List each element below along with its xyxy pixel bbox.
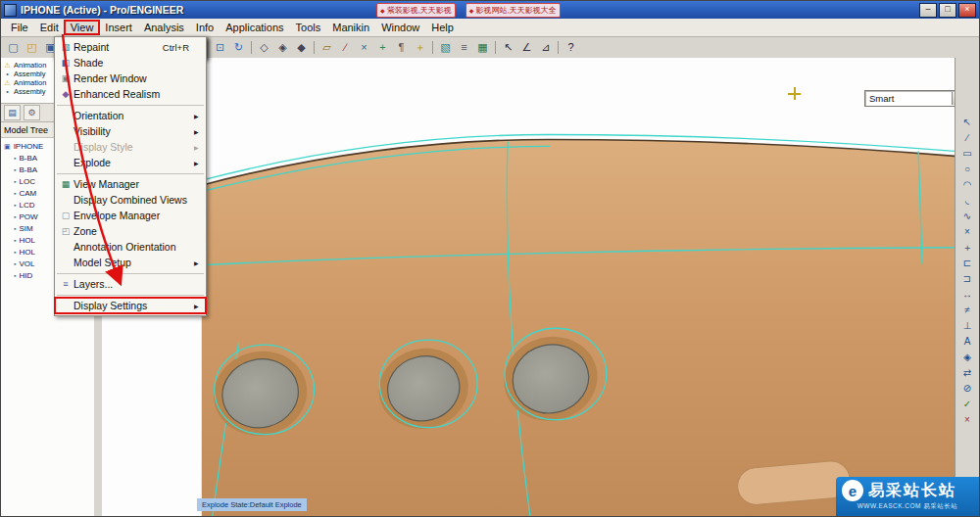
model-tree-toggle-icon[interactable]: ▦ [473,38,492,57]
open-file-icon[interactable]: ◰ [23,38,41,57]
menu-orientation[interactable]: Orientation [55,108,206,123]
menu-analysis[interactable]: Analysis [138,21,190,34]
line-tool-icon[interactable]: ∕ [958,130,977,146]
annotation-display-icon[interactable]: ¶ [392,38,411,57]
datum-axes-icon[interactable]: ∕ [336,38,355,57]
menu-repaint[interactable]: ▧ Repaint Ctrl+R [55,39,206,55]
fillet-tool-icon[interactable]: ◟ [958,193,977,209]
close-button[interactable]: × [958,3,976,18]
part-icon: ▪ [14,166,16,173]
selection-filter[interactable]: Smart [864,90,955,107]
layers-icon[interactable]: ≡ [455,38,473,57]
arc-tool-icon[interactable]: ◠ [958,177,977,193]
menu-bar: FileEditViewInsertAnalysisInfoApplicatio… [1,19,979,37]
navigator-list-icon[interactable]: ▤ [4,105,21,120]
cancel-icon[interactable]: × [958,412,977,428]
csys-tool-icon[interactable]: ＋ [958,240,977,256]
reorient-icon[interactable]: ↻ [229,38,248,57]
app-icon [4,4,17,17]
menu-visibility[interactable]: Visibility [55,123,206,139]
rectangle-tool-icon[interactable]: ▭ [958,146,977,162]
angle-measure-icon[interactable]: ∠ [517,38,536,57]
menu-item-icon: ◧ [58,59,74,68]
menu-window[interactable]: Window [375,21,425,34]
menu-explode[interactable]: Explode [55,155,206,170]
part-icon: ▪ [14,237,16,244]
section-icon[interactable]: ⊿ [536,38,555,57]
help-icon[interactable]: ? [562,38,580,57]
part-icon: ▪ [14,213,16,220]
repaint-icon[interactable]: ▧ [436,38,455,57]
menu-layers[interactable]: ≡ Layers... [55,276,206,292]
submenu-arrow-icon [194,144,203,151]
menu-file[interactable]: File [5,21,34,34]
trim-tool-icon[interactable]: ⊘ [958,381,977,397]
menu-manikin[interactable]: Manikin [326,21,375,34]
datum-points-icon[interactable]: × [355,38,373,57]
submenu-arrow-icon [194,259,203,266]
menu-shade[interactable]: ◧ Shade [55,55,206,70]
menu-enhanced-realism[interactable]: ◆ Enhanced Realism [55,86,206,102]
overlay-tab-2[interactable]: ◆ 影视网站,天天影视大全 [466,3,561,18]
select-arrow-icon[interactable]: ↖ [499,38,517,57]
toolbar-separator [495,41,496,54]
offset-edge-tool-icon[interactable]: ⊐ [958,271,977,287]
dimension-tool-icon[interactable]: ↔ [958,287,977,303]
spin-center-toggle-icon[interactable]: ＋ [411,38,429,57]
menu-edit[interactable]: Edit [34,21,65,34]
done-icon[interactable]: ✓ [958,397,977,412]
menu-applications[interactable]: Applications [220,21,289,34]
menu-help[interactable]: Help [425,21,460,34]
part-icon: ▪ [14,225,16,232]
refit-icon[interactable]: ⊡ [211,38,229,57]
menu-view[interactable]: View [65,21,100,34]
datum-csys-icon[interactable]: + [373,38,392,57]
menu-model-setup[interactable]: Model Setup [55,255,206,270]
circle-tool-icon[interactable]: ○ [958,162,977,177]
hidden-line-icon[interactable]: ◈ [273,38,292,57]
toolbar-separator [251,41,252,54]
minimize-button[interactable]: – [919,3,937,18]
select-tool-icon[interactable]: ↖ [958,115,977,130]
chevron-down-icon[interactable] [952,92,955,105]
menu-envelope-manager[interactable]: ▢ Envelope Manager [55,208,206,223]
text-tool-icon[interactable]: A [958,334,977,350]
watermark-subtext: WWW.EASCK.COM 易采站长站 [842,502,973,511]
part-icon: ▪ [14,190,16,197]
no-hidden-line-icon[interactable]: ◆ [292,38,311,57]
menu-display-style[interactable]: Display Style [55,139,206,155]
maximize-button[interactable]: □ [939,3,956,18]
datum-planes-icon[interactable]: ▱ [318,38,336,57]
overlay-tab-1[interactable]: ◆ 紫装影视,天天影视 [376,3,456,18]
menu-zone[interactable]: ◰ Zone [55,223,206,239]
part-icon: ▪ [14,260,16,267]
toolbar-separator [558,41,559,54]
new-file-icon[interactable]: ▢ [4,38,23,57]
title-overlay-tabs: ◆ 紫装影视,天天影视 ◆ 影视网站,天天影视大全 [376,3,561,18]
spline-tool-icon[interactable]: ∿ [958,209,977,224]
part-icon: ▪ [14,155,16,162]
model-surface[interactable] [202,139,955,516]
point-tool-icon[interactable]: × [958,224,977,240]
menu-view-manager[interactable]: ▦ View Manager [55,176,206,192]
modify-tool-icon[interactable]: ≠ [958,303,977,318]
overlay-tab-icon: ◆ [380,8,385,14]
menu-display-settings[interactable]: Display Settings [55,298,206,313]
menu-annotation-orientation[interactable]: Annotation Orientation [55,239,206,255]
navigator-settings-icon[interactable]: ⚙ [24,105,40,120]
constraint-tool-icon[interactable]: ⊥ [958,318,977,334]
menu-info[interactable]: Info [190,21,220,34]
use-edge-tool-icon[interactable]: ⊏ [958,256,977,271]
menu-tools[interactable]: Tools [290,21,327,34]
menu-item-icon: ▣ [58,74,74,83]
palette-tool-icon[interactable]: ◈ [958,350,977,365]
menu-item-icon: ◰ [58,227,74,236]
menu-insert[interactable]: Insert [99,21,138,34]
3d-model-view[interactable] [102,58,955,516]
wireframe-icon[interactable]: ◇ [255,38,273,57]
graphics-viewport[interactable]: Smart Explode State:Default Explode [102,58,955,516]
menu-render-window[interactable]: ▣ Render Window [55,70,206,86]
mirror-tool-icon[interactable]: ⇄ [958,365,977,381]
submenu-arrow-icon [194,303,203,309]
menu-display-combined-views[interactable]: Display Combined Views [55,192,206,208]
